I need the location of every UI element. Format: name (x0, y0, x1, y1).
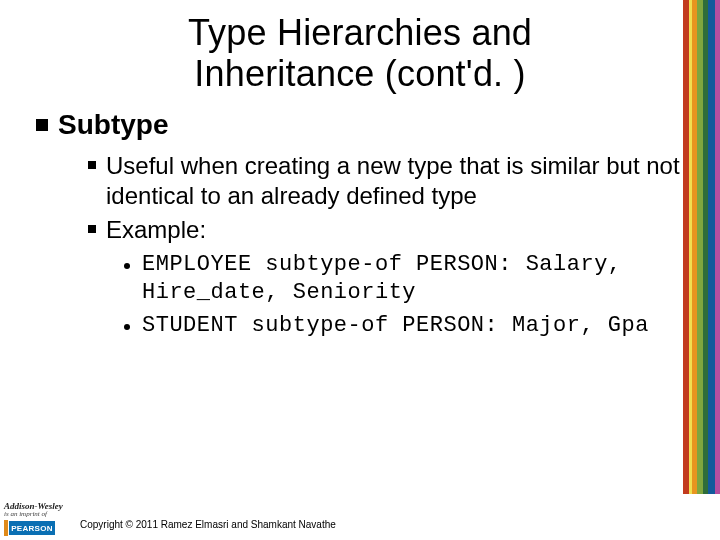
dot-bullet-icon (124, 263, 130, 269)
bullet-level-2-group: Useful when creating a new type that is … (88, 151, 684, 245)
dot-bullet-icon (124, 324, 130, 330)
copyright-text: Copyright © 2011 Ramez Elmasri and Shamk… (80, 519, 336, 530)
pearson-logo: PEARSON (8, 520, 56, 536)
publisher-logo-block: Addison-Wesley is an imprint of PEARSON (4, 502, 63, 536)
bullet-level-1: Subtype (36, 109, 684, 141)
square-bullet-icon (36, 119, 48, 131)
list-item: EMPLOYEE subtype-of PERSON: Salary, Hire… (124, 251, 684, 308)
list-item: STUDENT subtype-of PERSON: Major, Gpa (124, 312, 684, 341)
bullet-level-3-group: EMPLOYEE subtype-of PERSON: Salary, Hire… (124, 251, 684, 341)
square-bullet-small-icon (88, 161, 96, 169)
slide-title: Type Hierarchies and Inheritance (cont'd… (0, 0, 720, 95)
title-line-1: Type Hierarchies and (188, 12, 532, 53)
bullet-text: Example: (106, 215, 206, 245)
slide-content: Subtype Useful when creating a new type … (0, 95, 720, 341)
decorative-stripe (683, 0, 720, 540)
code-text: STUDENT subtype-of PERSON: Major, Gpa (142, 312, 649, 341)
publisher-tagline: is an imprint of (4, 511, 63, 518)
title-line-2: Inheritance (cont'd. ) (194, 53, 525, 94)
list-item: Useful when creating a new type that is … (88, 151, 684, 211)
bullet-text: Useful when creating a new type that is … (106, 151, 684, 211)
code-text: EMPLOYEE subtype-of PERSON: Salary, Hire… (142, 251, 684, 308)
square-bullet-small-icon (88, 225, 96, 233)
bullet-text: Subtype (58, 109, 168, 141)
slide-footer: Addison-Wesley is an imprint of PEARSON … (0, 494, 720, 540)
list-item: Example: (88, 215, 684, 245)
